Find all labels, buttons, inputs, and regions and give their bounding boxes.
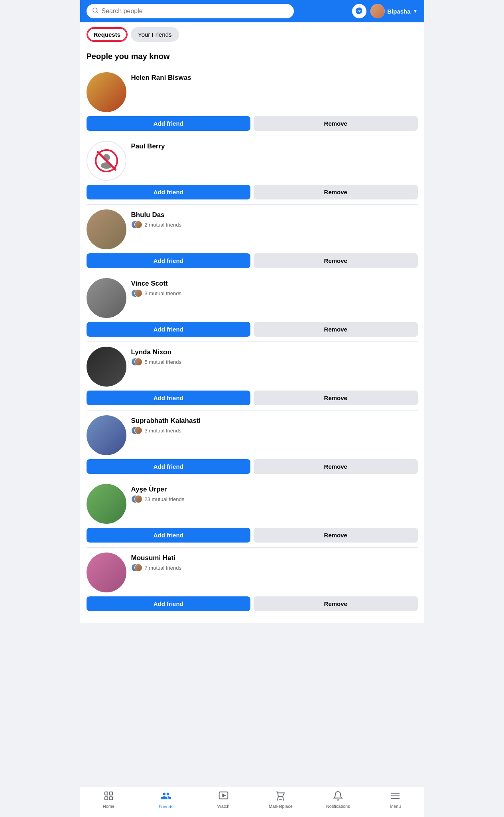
avatar-bhulu	[87, 209, 126, 249]
mutual-friends-lynda: 5 mutual friends	[131, 358, 418, 366]
person-info-bhulu: Bhulu Das 2 mutual friends	[87, 209, 418, 249]
person-name-vince: Vince Scott	[131, 280, 418, 288]
action-buttons-mousumi: Add friend Remove	[87, 596, 418, 611]
person-card-mousumi: Mousumi Hati 7 mutual friends Add friend…	[87, 548, 418, 616]
person-info-lynda: Lynda Nixon 5 mutual friends	[87, 347, 418, 387]
add-friend-button-vince[interactable]: Add friend	[87, 322, 251, 337]
remove-button-suprabhath[interactable]: Remove	[254, 459, 418, 474]
person-card-lynda: Lynda Nixon 5 mutual friends Add friend …	[87, 342, 418, 410]
person-card-vince: Vince Scott 3 mutual friends Add friend …	[87, 273, 418, 342]
person-name-ayse: Ayşe Ürper	[131, 485, 418, 493]
action-buttons-bhulu: Add friend Remove	[87, 253, 418, 268]
mutual-avatar-2	[134, 564, 142, 572]
remove-button-bhulu[interactable]: Remove	[254, 253, 418, 268]
person-info-suprabhath: Suprabhath Kalahasti 3 mutual friends	[87, 415, 418, 455]
mutual-friends-ayse: 23 mutual friends	[131, 495, 418, 503]
person-info-ayse: Ayşe Ürper 23 mutual friends	[87, 484, 418, 524]
action-buttons-paul: Add friend Remove	[87, 185, 418, 199]
mutual-avatars	[131, 564, 142, 572]
tab-your-friends[interactable]: Your Friends	[131, 27, 179, 42]
username-label: Bipasha	[387, 8, 410, 15]
mutual-friends-bhulu: 2 mutual friends	[131, 221, 418, 229]
avatar-lynda	[87, 347, 126, 387]
mutual-avatars	[131, 426, 142, 434]
search-icon	[92, 7, 98, 15]
avatar-vince	[87, 278, 126, 318]
search-input[interactable]	[102, 8, 288, 15]
tabs: Requests Your Friends	[87, 27, 418, 42]
person-name-lynda: Lynda Nixon	[131, 348, 418, 356]
action-buttons-suprabhath: Add friend Remove	[87, 459, 418, 474]
action-buttons-helen: Add friend Remove	[87, 116, 418, 131]
mutual-friends-mousumi: 7 mutual friends	[131, 564, 418, 572]
mutual-count-label: 2 mutual friends	[145, 222, 182, 228]
svg-line-1	[96, 12, 98, 13]
person-name-mousumi: Mousumi Hati	[131, 554, 418, 562]
remove-button-mousumi[interactable]: Remove	[254, 596, 418, 611]
remove-button-helen[interactable]: Remove	[254, 116, 418, 131]
add-friend-button-bhulu[interactable]: Add friend	[87, 253, 251, 268]
add-friend-button-suprabhath[interactable]: Add friend	[87, 459, 251, 474]
mutual-friends-vince: 3 mutual friends	[131, 289, 418, 297]
person-card-bhulu: Bhulu Das 2 mutual friends Add friend Re…	[87, 205, 418, 273]
mutual-count-label: 3 mutual friends	[145, 290, 182, 296]
header: Bipasha ▼	[80, 0, 424, 22]
person-name-bhulu: Bhulu Das	[131, 211, 418, 219]
person-details-paul: Paul Berry	[131, 141, 418, 152]
remove-button-ayse[interactable]: Remove	[254, 528, 418, 543]
avatar-helen	[87, 72, 126, 112]
add-friend-button-paul[interactable]: Add friend	[87, 185, 251, 199]
mutual-avatars	[131, 221, 142, 229]
avatar-suprabhath	[87, 415, 126, 455]
person-card-paul: Paul Berry Add friend Remove	[87, 136, 418, 205]
avatar-ayse	[87, 484, 126, 524]
action-buttons-lynda: Add friend Remove	[87, 391, 418, 405]
add-friend-button-lynda[interactable]: Add friend	[87, 391, 251, 405]
dropdown-arrow-icon: ▼	[413, 8, 418, 14]
avatar-paul	[87, 141, 126, 181]
messenger-icon[interactable]	[352, 4, 366, 18]
add-friend-button-ayse[interactable]: Add friend	[87, 528, 251, 543]
action-buttons-ayse: Add friend Remove	[87, 528, 418, 543]
person-info-paul: Paul Berry	[87, 141, 418, 181]
person-info-vince: Vince Scott 3 mutual friends	[87, 278, 418, 318]
mutual-avatar-2	[134, 495, 142, 503]
mutual-avatar-2	[134, 358, 142, 366]
mutual-avatar-2	[134, 221, 142, 229]
people-list: Helen Rani Biswas Add friend Remove Paul…	[87, 67, 418, 616]
person-info-mousumi: Mousumi Hati 7 mutual friends	[87, 553, 418, 592]
mutual-count-label: 23 mutual friends	[145, 496, 185, 502]
mutual-count-label: 5 mutual friends	[145, 359, 182, 365]
mutual-avatar-2	[134, 289, 142, 297]
mutual-avatars	[131, 495, 142, 503]
remove-button-lynda[interactable]: Remove	[254, 391, 418, 405]
mutual-friends-suprabhath: 3 mutual friends	[131, 426, 418, 434]
person-card-helen: Helen Rani Biswas Add friend Remove	[87, 67, 418, 136]
person-details-suprabhath: Suprabhath Kalahasti 3 mutual friends	[131, 415, 418, 438]
mutual-count-label: 3 mutual friends	[145, 428, 182, 434]
mutual-avatar-2	[134, 426, 142, 434]
tab-requests[interactable]: Requests	[87, 27, 128, 42]
person-details-lynda: Lynda Nixon 5 mutual friends	[131, 347, 418, 369]
add-friend-button-mousumi[interactable]: Add friend	[87, 596, 251, 611]
remove-button-paul[interactable]: Remove	[254, 185, 418, 199]
person-details-bhulu: Bhulu Das 2 mutual friends	[131, 209, 418, 232]
user-avatar-container[interactable]: Bipasha ▼	[370, 4, 417, 18]
mutual-avatars	[131, 358, 142, 366]
search-bar[interactable]	[87, 4, 294, 18]
action-buttons-vince: Add friend Remove	[87, 322, 418, 337]
tabs-container: Requests Your Friends	[80, 22, 424, 42]
person-details-helen: Helen Rani Biswas	[131, 72, 418, 83]
person-details-ayse: Ayşe Ürper 23 mutual friends	[131, 484, 418, 506]
person-info-helen: Helen Rani Biswas	[87, 72, 418, 112]
header-right: Bipasha ▼	[352, 4, 417, 18]
section-title: People you may know	[87, 49, 418, 61]
mutual-count-label: 7 mutual friends	[145, 565, 182, 571]
person-name-paul: Paul Berry	[131, 142, 418, 150]
person-name-helen: Helen Rani Biswas	[131, 74, 418, 82]
remove-button-vince[interactable]: Remove	[254, 322, 418, 337]
add-friend-button-helen[interactable]: Add friend	[87, 116, 251, 131]
person-card-suprabhath: Suprabhath Kalahasti 3 mutual friends Ad…	[87, 410, 418, 479]
person-name-suprabhath: Suprabhath Kalahasti	[131, 417, 418, 425]
person-details-mousumi: Mousumi Hati 7 mutual friends	[131, 553, 418, 575]
